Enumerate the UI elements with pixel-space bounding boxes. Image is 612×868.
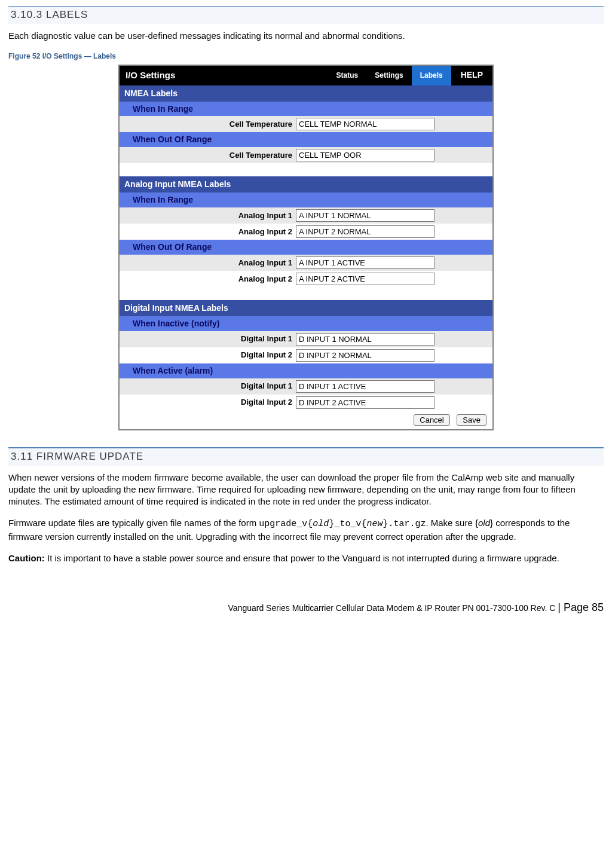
input-digital-1-active[interactable] (296, 380, 434, 393)
input-digital-2-inactive[interactable] (296, 349, 434, 362)
save-button[interactable]: Save (457, 414, 486, 426)
labels-intro-text: Each diagnostic value can be user-define… (8, 30, 604, 42)
subheader-nmea-out-range: When Out Of Range (120, 132, 492, 147)
figure-caption: Figure 52 I/O Settings — Labels (8, 51, 604, 61)
page-footer: Vanguard Series Multicarrier Cellular Da… (8, 600, 604, 615)
tab-status[interactable]: Status (328, 66, 367, 85)
spacer (120, 163, 492, 176)
input-analog-1-out-range[interactable] (296, 256, 434, 269)
label-analog-input-2-out: Analog Input 2 (120, 274, 296, 285)
input-cell-temp-in-range[interactable] (296, 118, 434, 130)
group-analog-labels: Analog Input NMEA Labels (120, 176, 492, 192)
tab-labels[interactable]: Labels (412, 66, 451, 85)
label-digital-input-2-inactive: Digital Input 2 (120, 350, 296, 360)
subheader-analog-out-range: When Out Of Range (120, 240, 492, 255)
group-nmea-labels: NMEA Labels (120, 85, 492, 102)
firmware-caution: Caution: It is important to have a stabl… (8, 552, 604, 564)
subheader-nmea-in-range: When In Range (120, 102, 492, 117)
input-analog-2-out-range[interactable] (296, 273, 434, 285)
label-analog-input-2-in: Analog Input 2 (120, 227, 296, 237)
section-heading-labels: 3.10.3 LABELS (8, 6, 604, 24)
section-heading-firmware: 3.11 FIRMWARE UPDATE (8, 447, 604, 466)
io-settings-panel: I/O Settings Status Settings Labels HELP… (118, 65, 494, 430)
input-digital-2-active[interactable] (296, 396, 434, 409)
tab-settings[interactable]: Settings (366, 66, 411, 85)
input-digital-1-inactive[interactable] (296, 333, 434, 346)
label-digital-input-1-active: Digital Input 1 (120, 381, 296, 392)
panel-titlebar: I/O Settings Status Settings Labels HELP (120, 66, 492, 85)
tab-help[interactable]: HELP (451, 66, 492, 85)
label-cell-temp-in: Cell Temperature (120, 119, 296, 130)
subheader-analog-in-range: When In Range (120, 192, 492, 207)
label-digital-input-2-active: Digital Input 2 (120, 397, 296, 408)
input-analog-1-in-range[interactable] (296, 209, 434, 222)
subheader-digital-active: When Active (alarm) (120, 363, 492, 378)
cancel-button[interactable]: Cancel (414, 414, 449, 426)
spacer (120, 287, 492, 300)
button-row: Cancel Save (120, 411, 492, 429)
label-analog-input-1-out: Analog Input 1 (120, 258, 296, 268)
input-cell-temp-out-range[interactable] (296, 149, 434, 161)
input-analog-2-in-range[interactable] (296, 225, 434, 238)
label-digital-input-1-inactive: Digital Input 1 (120, 334, 296, 344)
panel-title: I/O Settings (120, 66, 328, 85)
subheader-digital-inactive: When Inactive (notify) (120, 316, 492, 331)
firmware-para-2: Firmware update files are typically give… (8, 517, 604, 543)
firmware-para-1: When newer versions of the modem firmwar… (8, 472, 604, 508)
group-digital-labels: Digital Input NMEA Labels (120, 300, 492, 316)
label-analog-input-1-in: Analog Input 1 (120, 210, 296, 221)
label-cell-temp-out: Cell Temperature (120, 150, 296, 161)
